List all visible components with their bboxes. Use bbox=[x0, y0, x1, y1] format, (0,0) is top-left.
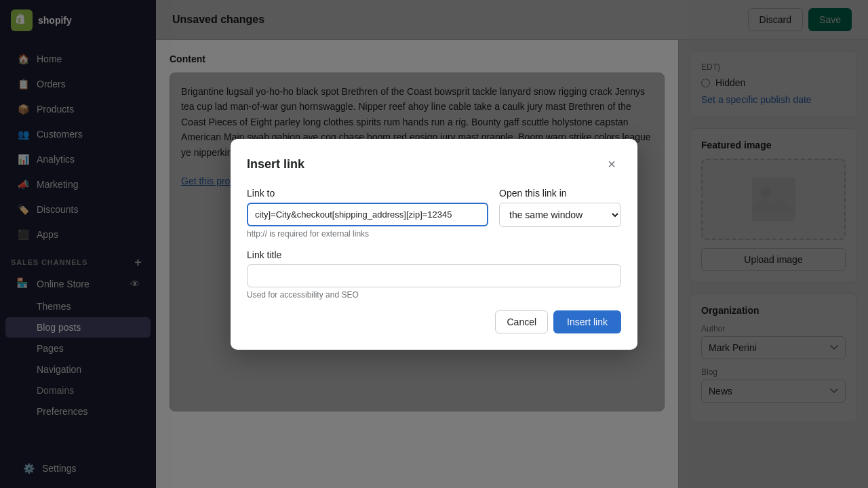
link-title-label: Link title bbox=[247, 249, 621, 260]
link-title-field: Link title Used for accessibility and SE… bbox=[247, 249, 621, 300]
modal-overlay: Insert link × Link to http:// is require… bbox=[0, 0, 868, 488]
open-in-label: Open this link in bbox=[499, 188, 621, 199]
link-to-label: Link to bbox=[247, 188, 488, 199]
open-in-field: Open this link in the same window a new … bbox=[499, 188, 621, 239]
insert-link-modal: Insert link × Link to http:// is require… bbox=[231, 139, 637, 350]
modal-header: Insert link × bbox=[247, 155, 621, 174]
modal-close-button[interactable]: × bbox=[602, 155, 621, 174]
link-to-field: Link to http:// is required for external… bbox=[247, 188, 488, 239]
modal-footer: Cancel Insert link bbox=[247, 310, 621, 333]
accessibility-hint: Used for accessibility and SEO bbox=[247, 290, 621, 300]
insert-link-button[interactable]: Insert link bbox=[553, 310, 621, 333]
modal-title: Insert link bbox=[247, 157, 304, 171]
open-in-select[interactable]: the same window a new window bbox=[499, 203, 621, 227]
modal-link-row: Link to http:// is required for external… bbox=[247, 188, 621, 239]
link-title-input[interactable] bbox=[247, 264, 621, 287]
link-hint-text: http:// is required for external links bbox=[247, 229, 488, 239]
cancel-button[interactable]: Cancel bbox=[495, 310, 548, 333]
link-to-input[interactable] bbox=[247, 203, 488, 226]
